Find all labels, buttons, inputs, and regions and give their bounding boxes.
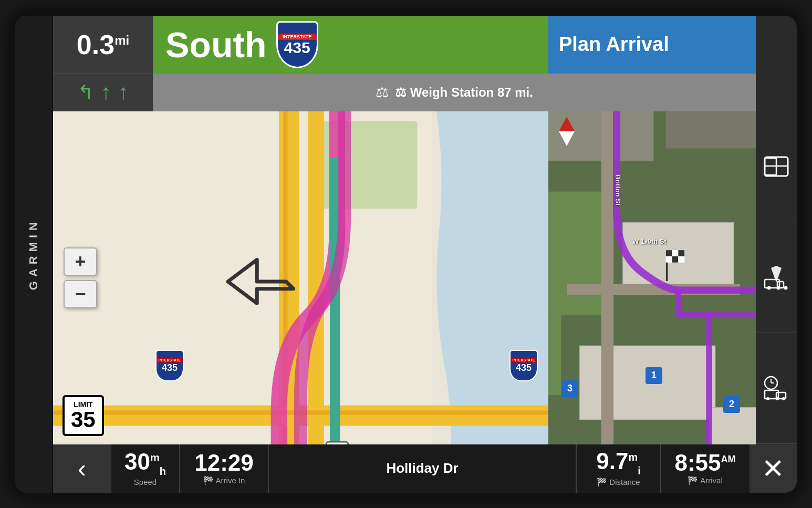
distance-num: 9.7	[596, 448, 628, 474]
arrive-hours: 12	[194, 450, 220, 475]
svg-point-37	[777, 286, 780, 289]
map-area: + − INTERSTATE 435 INTERSTATE 435 LIMIT …	[53, 111, 797, 444]
zoom-controls: + −	[64, 247, 97, 308]
svg-rect-24	[678, 250, 684, 256]
street-name-display: Holliday Dr	[268, 444, 576, 493]
shield-number: 435	[284, 40, 310, 56]
back-button[interactable]: ‹	[53, 444, 111, 493]
svg-rect-32	[765, 157, 776, 159]
right-panel-header	[756, 16, 797, 74]
arrive-in-label: 🏁 Arrive In	[203, 475, 245, 485]
arrival-minutes: 55	[695, 450, 721, 475]
svg-rect-33	[765, 174, 776, 176]
svg-rect-13	[666, 111, 756, 148]
svg-rect-26	[672, 256, 679, 262]
badge-top-interstate-2: INTERSTATE	[511, 358, 537, 362]
svg-rect-5	[308, 111, 324, 444]
svg-point-44	[766, 397, 769, 400]
distance-display: 9.7mi	[596, 450, 641, 476]
compass-north-indicator	[559, 117, 575, 131]
speed-number: 30	[124, 449, 150, 474]
speed-display: 30mh	[124, 450, 166, 476]
map-view-button[interactable]	[756, 111, 797, 222]
distance-unit: mi	[114, 33, 129, 47]
close-button[interactable]: ✕	[749, 444, 797, 493]
waypoint-3: 3	[561, 380, 578, 397]
interstate-badge-left-map-2: INTERSTATE 435	[509, 350, 538, 381]
svg-rect-17	[548, 191, 610, 315]
svg-rect-23	[672, 250, 679, 256]
weigh-station-alert: ⚖ ⚖ Weigh Station 87 mi.	[153, 74, 756, 111]
arrive-in-cell: 12:29 🏁 Arrive In	[179, 444, 268, 493]
dist-unit-bottom: i	[638, 465, 641, 476]
speed-limit-sign: LIMIT 35	[63, 395, 104, 436]
header-bar: 0.3mi South INTERSTATE 435 Plan Arrival	[53, 16, 797, 74]
waypoint-2: 2	[723, 396, 740, 413]
distance-display: 0.3mi	[77, 31, 129, 58]
distance-cell: 9.7mi 🏁 Distance	[576, 444, 660, 493]
svg-rect-22	[666, 250, 672, 256]
badge-number-left: 435	[162, 362, 178, 374]
plan-arrival-label: Plan Arrival	[559, 33, 669, 56]
direction-label: South	[165, 27, 267, 63]
svg-point-46	[782, 397, 785, 400]
speed-label: Speed	[134, 478, 157, 486]
arrival-label: 🏁 Arrival	[688, 475, 723, 485]
flag-icon-arrive: 🏁	[203, 475, 214, 485]
distance-box: 0.3mi	[53, 16, 153, 74]
svg-rect-9	[326, 442, 348, 444]
right-satellite-map[interactable]: 1 2 3 Britton St W 1x0th St	[548, 111, 756, 444]
truck-clock-icon	[763, 375, 790, 402]
flag-icon-distance: 🏁	[597, 477, 607, 487]
main-screen: 0.3mi South INTERSTATE 435 Plan Arrival	[53, 16, 797, 493]
w10th-st-label: W 1x0th St	[632, 237, 667, 245]
dist-unit-top: m	[628, 451, 638, 463]
badge-top-interstate: INTERSTATE	[157, 358, 183, 362]
svg-rect-2	[308, 121, 417, 208]
back-arrow-icon: ‹	[78, 454, 86, 483]
weigh-station-text: ⚖ Weigh Station 87 mi.	[395, 85, 533, 100]
sub-header: ↰ ↑ ↑ ⚖ ⚖ Weigh Station 87 mi.	[53, 74, 797, 111]
arrival-hours: 8	[674, 450, 687, 475]
speed-cell: 30mh Speed	[111, 444, 179, 493]
distance-number: 0.3	[77, 29, 114, 60]
direction-box: South INTERSTATE 435	[153, 16, 548, 74]
speed-limit-value: 35	[71, 409, 96, 431]
svg-rect-18	[548, 315, 561, 395]
navigation-truck-icon	[763, 264, 790, 291]
arrive-minutes: 29	[228, 450, 254, 475]
svg-rect-27	[678, 256, 684, 262]
satellite-map-svg	[548, 111, 756, 444]
svg-point-36	[767, 286, 771, 289]
zoom-out-button[interactable]: −	[64, 280, 97, 308]
arrival-ampm: AM	[721, 454, 736, 464]
svg-rect-19	[601, 111, 613, 444]
compass	[559, 117, 575, 146]
interstate-shield-header: INTERSTATE 435	[276, 21, 318, 68]
svg-point-45	[776, 397, 779, 400]
left-map[interactable]: + − INTERSTATE 435 INTERSTATE 435 LIMIT …	[53, 111, 548, 444]
truck-schedule-button[interactable]	[756, 333, 797, 444]
weigh-scale-icon: ⚖	[376, 84, 389, 101]
speed-unit-top: m	[150, 452, 160, 463]
arrive-in-display: 12:29	[194, 451, 254, 474]
arrival-cell: 8:55AM 🏁 Arrival	[660, 444, 749, 493]
zoom-in-button[interactable]: +	[64, 247, 97, 276]
turn-indicators: ↰ ↑ ↑	[53, 74, 153, 111]
flag-icon-arrival: 🏁	[688, 475, 698, 485]
turn-straight-icon-2: ↑	[118, 80, 129, 105]
garmin-device: GARMIN 0.3mi South INTERSTATE 435	[12, 13, 800, 496]
turn-straight-icon-1: ↑	[100, 80, 111, 105]
navigation-button[interactable]	[756, 222, 797, 333]
map-toggle-icon	[763, 155, 789, 178]
speed-unit-bottom: h	[160, 465, 166, 477]
brand-label: GARMIN	[27, 218, 40, 290]
compass-south-indicator	[559, 131, 575, 146]
status-bar: ‹ 30mh Speed 12:29 🏁 Arrive In	[53, 444, 797, 493]
waypoint-1: 1	[646, 367, 662, 384]
brand-strip: GARMIN	[15, 16, 53, 493]
badge-number-right: 435	[516, 362, 532, 374]
plan-arrival-box: Plan Arrival	[548, 16, 756, 74]
close-x-icon: ✕	[762, 453, 785, 484]
britton-st-label: Britton St	[614, 174, 622, 205]
